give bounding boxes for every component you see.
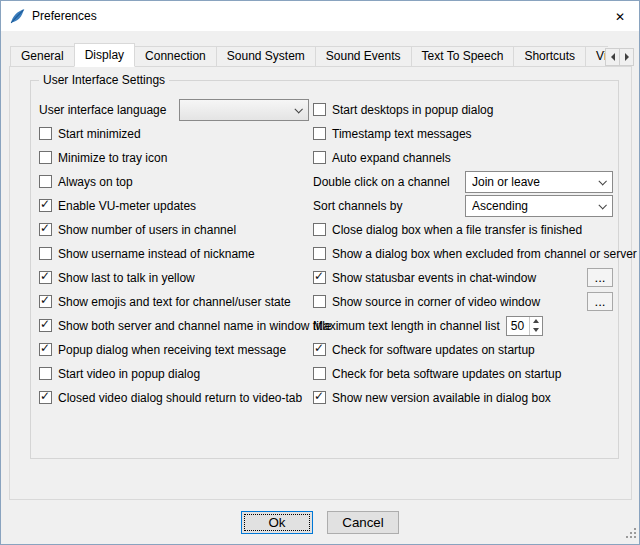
checkbox[interactable]: [39, 271, 52, 284]
tab-sound-system[interactable]: Sound System: [216, 46, 316, 67]
checkbox-label: Check for beta software updates on start…: [332, 367, 561, 381]
tab-scroll-left-icon[interactable]: [605, 48, 620, 66]
checkbox-label: Popup dialog when receiving text message: [58, 343, 286, 357]
checkbox-check-updates[interactable]: Check for software updates on startup: [313, 339, 613, 360]
checkbox-popup-text-message[interactable]: Popup dialog when receiving text message: [39, 339, 309, 360]
checkbox-new-version-dialog[interactable]: Show new version available in dialog box: [313, 387, 613, 408]
checkbox[interactable]: [313, 295, 326, 308]
language-row: User interface language: [39, 99, 309, 120]
checkbox-server-channel-title[interactable]: Show both server and channel name in win…: [39, 315, 309, 336]
tab-shortcuts[interactable]: Shortcuts: [513, 46, 586, 67]
double-click-combo[interactable]: Join or leave: [465, 171, 613, 193]
checkbox-label: Timestamp text messages: [332, 127, 472, 141]
checkbox-auto-expand-channels[interactable]: Auto expand channels: [313, 147, 613, 168]
checkbox[interactable]: [39, 343, 52, 356]
tab-scroll-buttons: [606, 48, 634, 66]
ok-button[interactable]: Ok: [241, 511, 313, 534]
checkbox-closed-video-return[interactable]: Closed video dialog should return to vid…: [39, 387, 309, 408]
checkbox[interactable]: [39, 295, 52, 308]
group-title: User Interface Settings: [39, 73, 169, 87]
checkbox-label: Check for software updates on startup: [332, 343, 535, 357]
checkbox[interactable]: [313, 367, 326, 380]
checkbox[interactable]: [39, 367, 52, 380]
checkbox-label: Show new version available in dialog box: [332, 391, 551, 405]
dialog-footer: Ok Cancel: [1, 511, 639, 534]
checkbox[interactable]: [39, 223, 52, 236]
checkbox[interactable]: [39, 151, 52, 164]
max-text-length-spinner[interactable]: 50: [506, 316, 543, 336]
preferences-dialog: Preferences ✕ General Display Connection…: [0, 0, 640, 545]
video-source-row: Show source in corner of video window ..…: [313, 291, 613, 312]
checkbox-video-popup[interactable]: Start video in popup dialog: [39, 363, 309, 384]
checkbox-label: Enable VU-meter updates: [58, 199, 196, 213]
left-settings-column: User interface language Start minimized …: [39, 99, 309, 408]
checkbox[interactable]: [313, 103, 326, 116]
checkbox[interactable]: [313, 343, 326, 356]
checkbox[interactable]: [39, 247, 52, 260]
checkbox-show-username[interactable]: Show username instead of nickname: [39, 243, 309, 264]
language-combo[interactable]: [179, 99, 309, 121]
checkbox-vu-meter-updates[interactable]: Enable VU-meter updates: [39, 195, 309, 216]
checkbox-close-on-transfer[interactable]: Close dialog box when a file transfer is…: [313, 219, 613, 240]
checkbox[interactable]: [39, 319, 52, 332]
checkbox-video-source-corner[interactable]: Show source in corner of video window: [313, 295, 540, 309]
checkbox-label: Show last to talk in yellow: [58, 271, 195, 285]
tab-connection[interactable]: Connection: [134, 46, 217, 67]
checkbox-desktops-popup[interactable]: Start desktops in popup dialog: [313, 99, 613, 120]
right-settings-column: Start desktops in popup dialog Timestamp…: [313, 99, 613, 408]
checkbox-statusbar-events[interactable]: Show statusbar events in chat-window: [313, 271, 536, 285]
checkbox-label: Show source in corner of video window: [332, 295, 540, 309]
video-source-more-button[interactable]: ...: [587, 292, 613, 311]
checkbox[interactable]: [313, 391, 326, 404]
tab-text-to-speech[interactable]: Text To Speech: [411, 46, 515, 67]
checkbox-show-user-count[interactable]: Show number of users in channel: [39, 219, 309, 240]
checkbox[interactable]: [313, 127, 326, 140]
checkbox[interactable]: [313, 247, 326, 260]
sort-channels-row: Sort channels by Ascending: [313, 195, 613, 216]
checkbox-label: Show number of users in channel: [58, 223, 236, 237]
checkbox[interactable]: [39, 175, 52, 188]
checkbox-minimize-to-tray[interactable]: Minimize to tray icon: [39, 147, 309, 168]
checkbox-label: Show statusbar events in chat-window: [332, 271, 536, 285]
checkbox-last-to-talk[interactable]: Show last to talk in yellow: [39, 267, 309, 288]
checkbox-label: Always on top: [58, 175, 133, 189]
spinner-buttons: [529, 317, 542, 335]
statusbar-events-more-button[interactable]: ...: [587, 268, 613, 287]
resize-grip[interactable]: [625, 527, 637, 542]
cancel-button[interactable]: Cancel: [327, 511, 399, 534]
tab-bar: General Display Connection Sound System …: [10, 43, 608, 67]
double-click-label: Double click on a channel: [313, 175, 450, 189]
tab-scroll-right-icon[interactable]: [619, 48, 634, 66]
checkbox[interactable]: [39, 391, 52, 404]
checkbox[interactable]: [39, 199, 52, 212]
checkbox[interactable]: [313, 271, 326, 284]
window-title: Preferences: [32, 9, 97, 23]
chevron-down-icon: [598, 201, 606, 209]
checkbox-emojis-text-state[interactable]: Show emojis and text for channel/user st…: [39, 291, 309, 312]
tab-general[interactable]: General: [10, 46, 75, 67]
combo-value: Ascending: [472, 199, 528, 213]
title-bar[interactable]: Preferences ✕: [1, 1, 639, 31]
checkbox-check-beta-updates[interactable]: Check for beta software updates on start…: [313, 363, 613, 384]
checkbox-start-minimized[interactable]: Start minimized: [39, 123, 309, 144]
checkbox[interactable]: [313, 223, 326, 236]
tab-display[interactable]: Display: [74, 43, 135, 67]
checkbox[interactable]: [39, 127, 52, 140]
sort-channels-combo[interactable]: Ascending: [465, 195, 613, 217]
checkbox-label: Minimize to tray icon: [58, 151, 167, 165]
app-feather-icon: [9, 8, 26, 25]
checkbox[interactable]: [313, 151, 326, 164]
checkbox-excluded-dialog[interactable]: Show a dialog box when excluded from cha…: [313, 243, 613, 264]
tab-sound-events[interactable]: Sound Events: [315, 46, 412, 67]
combo-value: Join or leave: [472, 175, 540, 189]
checkbox-timestamp-messages[interactable]: Timestamp text messages: [313, 123, 613, 144]
user-interface-settings-group: User Interface Settings User interface l…: [30, 80, 619, 459]
spin-up-icon[interactable]: [530, 317, 542, 326]
checkbox-label: Show username instead of nickname: [58, 247, 255, 261]
checkbox-always-on-top[interactable]: Always on top: [39, 171, 309, 192]
close-icon[interactable]: ✕: [602, 2, 638, 31]
checkbox-label: Closed video dialog should return to vid…: [58, 391, 302, 405]
checkbox-label: Close dialog box when a file transfer is…: [332, 223, 582, 237]
checkbox-label: Start minimized: [58, 127, 141, 141]
spin-down-icon[interactable]: [530, 326, 542, 335]
